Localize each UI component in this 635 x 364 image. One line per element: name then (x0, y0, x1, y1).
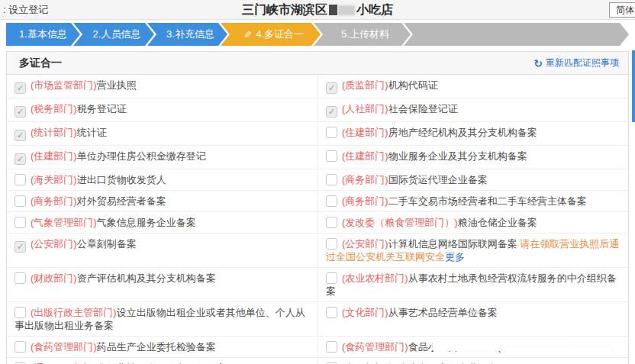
checkbox-checked[interactable]: ✓ (15, 106, 26, 118)
dept-label: (统计部门) (31, 127, 77, 138)
item-label: 单位办理住房公积金缴存登记 (77, 150, 206, 162)
pencil-icon: ✎ (243, 29, 252, 40)
checkbox-unchecked[interactable] (15, 307, 26, 318)
license-item: (食药管理部门)药品生产企业委托检验备案 (7, 337, 318, 358)
title-prefix: 三门峡市湖滨区 (242, 2, 327, 18)
more-link[interactable]: 更多 (445, 251, 465, 263)
item-label: 房地产经纪机构及其分支机构备案 (388, 127, 537, 138)
license-item: (文化部门)从事艺术品经营单位备案 (318, 302, 628, 337)
item-label: 机构代码证 (388, 79, 438, 91)
dept-label: (商务部门) (31, 195, 77, 207)
license-item: (住建部门)物业服务企业及其分支机构备案 (318, 146, 628, 169)
dept-label: (住建部门) (342, 127, 388, 138)
item-label: 物业服务企业及其分支机构备案 (388, 150, 527, 162)
license-item: ✓(住建部门)单位办理住房公积金缴存登记 (7, 146, 318, 169)
dept-label: (税务部门) (31, 103, 77, 114)
license-item: (住建部门)房地产经纪机构及其分支机构备案 (318, 122, 628, 146)
checkbox-checked[interactable]: ✓ (326, 82, 337, 94)
checkbox-checked[interactable]: ✓ (326, 106, 337, 118)
dept-label: (海关部门) (31, 174, 77, 185)
item-label: 药品生产企业委托检验备案 (97, 341, 216, 353)
dept-label: (公安部门) (342, 238, 388, 250)
dept-label: (质监部门) (342, 79, 388, 91)
page-title: 三门峡市湖滨区 小吃店 (0, 0, 635, 20)
license-item: ✓(公安部门)公章刻制备案 (7, 234, 318, 268)
checkbox-unchecked[interactable] (326, 341, 337, 353)
panel-title: 多证合一 (19, 56, 62, 70)
dept-label: (人社部门) (342, 103, 388, 114)
license-item: (发改委（粮食管理部门）)粮油仓储企业备案 (318, 212, 628, 234)
license-item: ✓(质监部门)机构代码证 (318, 75, 628, 98)
item-label: 从事艺术品经营单位备案 (388, 307, 498, 318)
rematch-license-link[interactable]: ↻ 重新匹配证照事项 (533, 56, 619, 69)
license-item: ✓(税务部门)税务登记证 (7, 98, 318, 122)
top-bar: : 设立登记 三门峡市湖滨区 小吃店 简体 (0, 0, 635, 20)
breadcrumb: : 设立登记 (0, 3, 48, 17)
item-label: 国际货运代理企业备案 (388, 174, 488, 185)
dept-label: (发改委（粮食管理部门）) (342, 217, 458, 228)
multi-license-panel: 多证合一 ↻ 重新匹配证照事项 ✓(市场监管部门)营业执照✓(质监部门)机构代码… (6, 51, 629, 364)
step-bar-filler (404, 23, 629, 46)
step-upload-materials[interactable]: 5.上传材料 (314, 23, 411, 46)
checkbox-unchecked[interactable] (15, 195, 26, 207)
checkbox-checked[interactable]: ✓ (15, 241, 26, 253)
step-multi-license[interactable]: ✎ 4.多证合一 (221, 23, 321, 46)
redaction-patch (505, 346, 612, 357)
item-label: 计算机信息网络国际联网备案 (388, 238, 521, 250)
checkbox-checked[interactable]: ✓ (15, 153, 26, 165)
checkbox-checked[interactable]: ✓ (15, 130, 26, 141)
license-item: (公安部门)计算机信息网络国际联网备案 请在领取营业执照后通过全国公安机关互联网… (318, 234, 628, 268)
dept-label: (住建部门) (342, 150, 388, 162)
checkbox-unchecked[interactable] (326, 217, 337, 228)
item-label: 社会保险登记证 (388, 103, 458, 114)
step-basic-info[interactable]: 1.基本信息 (6, 23, 80, 46)
dept-label: (气象管理部门) (31, 217, 97, 228)
dept-label: (公安部门) (31, 238, 77, 250)
item-label: 公章刻制备案 (77, 238, 137, 250)
item-label: 对外贸易经营者备案 (77, 195, 166, 207)
license-item: (气象管理部门)气象信息服务企业备案 (7, 212, 318, 234)
license-item: (食药管理部门)食品小经营店登记证(个 (318, 337, 628, 358)
dept-label: (商务部门) (342, 195, 388, 207)
checkbox-unchecked[interactable] (326, 272, 337, 284)
dept-label: (市场监管部门) (31, 79, 97, 91)
refresh-icon: ↻ (533, 57, 543, 69)
license-item: ✓(市场监管部门)营业执照 (7, 75, 318, 98)
title-suffix: 小吃店 (356, 2, 393, 18)
checkbox-unchecked[interactable] (15, 217, 26, 228)
checkbox-unchecked[interactable] (326, 127, 337, 138)
dept-label: (财政部门) (31, 272, 77, 284)
item-label: 营业执照 (97, 79, 137, 91)
checkbox-unchecked[interactable] (15, 341, 26, 353)
step-personnel-info[interactable]: 2.人员信息 (73, 23, 154, 46)
checkbox-checked[interactable]: ✓ (15, 82, 26, 94)
scrollbar-thumb[interactable] (632, 50, 635, 122)
dept-label: (食药管理部门) (31, 341, 97, 353)
step-supplementary-info[interactable]: 3.补充信息 (147, 23, 227, 46)
item-label: 税务登记证 (77, 103, 127, 114)
item-label: 二手车交易市场经营者和二手车经营主体备案 (388, 195, 587, 207)
license-items-grid: ✓(市场监管部门)营业执照✓(质监部门)机构代码证✓(税务部门)税务登记证✓(人… (7, 75, 628, 364)
license-item: ✓(统计部门)统计证 (7, 122, 318, 146)
license-item: ✓(人社部门)社会保险登记证 (318, 98, 628, 122)
checkbox-unchecked[interactable] (326, 174, 337, 185)
language-button[interactable]: 简体 (609, 2, 635, 18)
dept-label: (文化部门) (342, 307, 388, 318)
panel-header: 多证合一 ↻ 重新匹配证照事项 (7, 52, 628, 75)
license-item: (农业农村部门)从事农村土地承包经营权流转服务的中介组织备案 (318, 268, 628, 302)
license-item: (出版行政主管部门)设立出版物出租企业或者其他单位、个人从事出版物出租业务备案 (7, 302, 318, 337)
license-item: (商务部门)二手车交易市场经营者和二手车经营主体备案 (318, 191, 628, 212)
license-item: (财政部门)资产评估机构及其分支机构备案 (7, 268, 318, 302)
dept-label: (食药管理部门) (342, 341, 408, 353)
license-item: (通信管理部门)非经营性互联网信息服务备案 (7, 358, 318, 364)
checkbox-unchecked[interactable] (326, 307, 337, 318)
checkbox-unchecked[interactable] (15, 272, 26, 284)
checkbox-unchecked[interactable] (326, 238, 337, 250)
license-item: (商务部门)河南省电子商务企业认定 (318, 358, 628, 364)
item-label: 进出口货物收发货人 (77, 174, 166, 185)
dept-label: (商务部门) (342, 174, 388, 185)
checkbox-unchecked[interactable] (326, 195, 337, 207)
redacted-text (338, 5, 355, 15)
checkbox-unchecked[interactable] (15, 174, 26, 185)
checkbox-unchecked[interactable] (326, 150, 337, 162)
